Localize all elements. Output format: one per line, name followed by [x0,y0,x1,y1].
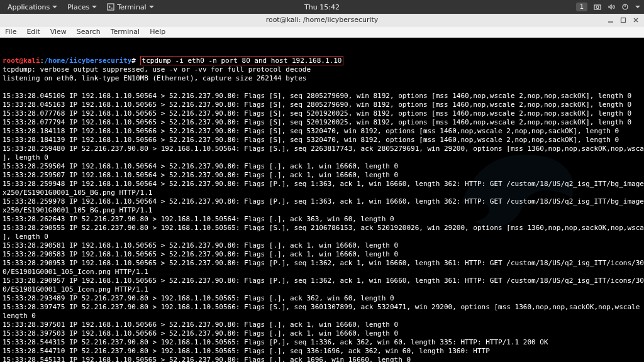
tcpdump-line: 15:33:28.290581 IP 192.168.1.10.50565 > … [3,241,398,250]
camera-icon[interactable] [594,3,601,11]
tcpdump-line: 15:33:28.077768 IP 192.168.1.10.50565 > … [3,109,631,118]
places-label: Places [67,3,89,11]
tcpdump-line: 15:33:28.259978 IP 192.168.1.10.50564 > … [3,197,644,206]
terminal-icon [107,3,114,11]
applications-menu[interactable]: Applications [4,3,61,11]
topbar-center: Thu 15:42 [304,3,340,11]
maximize-button[interactable] [619,16,628,25]
tcpdump-line: 15:33:28.545131 IP 192.168.1.10.50565 > … [3,356,411,362]
tcpdump-line: 15:33:28.259507 IP 192.168.1.10.50564 > … [3,171,398,179]
menu-file[interactable]: File [5,28,16,36]
close-button[interactable] [631,16,640,25]
terminal-menubar: File Edit View Search Terminal Help [0,26,644,38]
tcpdump-line: 15:33:28.077794 IP 192.168.1.10.50565 > … [3,118,631,126]
window-buttons [606,16,640,25]
tcpdump-line: length 0 [3,312,36,320]
tcpdump-line: 15:33:28.259480 IP 52.216.237.90.80 > 19… [3,145,644,153]
topbar-left: Applications Places Terminal [4,3,158,11]
workspace-indicator[interactable]: 1 [576,3,587,11]
prompt-user: root@kali [3,57,40,65]
applications-label: Applications [8,3,50,11]
tcpdump-line: 15:33:28.184139 IP 192.168.1.10.50566 > … [3,136,619,144]
chevron-down-icon [52,6,57,8]
terminal-label: Terminal [117,3,147,11]
chevron-down-icon [92,6,97,8]
tcpdump-line: 15:33:28.544710 IP 52.216.237.90.80 > 19… [3,347,490,355]
prompt-path: /home/iicybersecurity [44,57,131,65]
tcpdump-line: 15:33:28.293489 IP 52.216.237.90.80 > 19… [3,294,394,302]
tcpdump-line: 15:33:28.290583 IP 192.168.1.10.50565 > … [3,250,398,258]
tcpdump-line: 0/ES1901G0001_105_Icon.png HTTP/1.1 [3,268,148,276]
tcpdump-line: 15:33:28.262643 IP 52.216.237.90.80 > 19… [3,215,394,223]
places-menu[interactable]: Places [64,3,101,11]
svg-rect-6 [621,18,626,22]
tcpdump-line: 15:33:28.397501 IP 192.168.1.10.50566 > … [3,321,398,329]
menu-view[interactable]: View [50,28,67,36]
clock-text[interactable]: Thu 15:42 [304,3,340,11]
svg-point-2 [596,6,599,9]
tcpdump-line: 15:33:28.045106 IP 192.168.1.10.50564 > … [3,92,631,100]
tcpdump-line: listening on eth0, link-type EN10MB (Eth… [3,74,306,82]
tcpdump-line: 15:33:28.397503 IP 192.168.1.10.50566 > … [3,329,398,337]
tcpdump-line: 15:33:28.259504 IP 192.168.1.10.50564 > … [3,162,398,170]
tcpdump-line: 15:33:28.259948 IP 192.168.1.10.50564 > … [3,180,644,188]
minimize-button[interactable] [606,16,615,25]
terminal-viewport[interactable]: root@kali:/home/iicybersecurity# tcpdump… [0,38,644,362]
chevron-down-icon[interactable] [635,6,640,8]
chevron-down-icon [149,6,154,8]
tcpdump-line: 15:33:28.290953 IP 192.168.1.10.50565 > … [3,259,644,267]
tcpdump-line: 0/ES1901G0001_105_Icon.png HTTP/1.1 [3,285,148,293]
prompt-sep2: # [131,57,136,65]
tcpdump-line: x250/ES1901G0001_105_BG.png HTTP/1.1 [3,206,152,214]
desktop-topbar: Applications Places Terminal Thu 15:42 1 [0,0,644,14]
tcpdump-line: x250/ES1901G0001_105_BG.png HTTP/1.1 [3,189,152,197]
window-title: root@kali: /home/iicybersecurity [266,16,379,24]
terminal-appindicator[interactable]: Terminal [103,3,158,11]
tcpdump-line: 15:33:28.045163 IP 192.168.1.10.50565 > … [3,101,631,109]
menu-terminal[interactable]: Terminal [111,28,140,36]
menu-edit[interactable]: Edit [26,28,40,36]
tcpdump-line: 15:33:28.290555 IP 52.216.237.90.80 > 19… [3,224,644,232]
svg-rect-0 [108,4,114,10]
tcpdump-line: 15:33:28.184118 IP 192.168.1.10.50566 > … [3,127,619,135]
window-titlebar: root@kali: /home/iicybersecurity [0,14,644,26]
tcpdump-line: 15:33:28.397475 IP 52.216.237.90.80 > 19… [3,303,644,311]
tcpdump-line: ], length 0 [3,233,48,241]
tcpdump-line: 15:33:28.290957 IP 192.168.1.10.50565 > … [3,277,644,285]
tcpdump-line: tcpdump: verbose output suppressed, use … [3,65,311,74]
power-icon[interactable] [621,3,629,11]
menu-help[interactable]: Help [150,28,165,36]
tcpdump-line: 15:33:28.544315 IP 52.216.237.90.80 > 19… [3,338,548,346]
command-entered: tcpdump -i eth0 -n port 80 and host 192.… [140,56,344,65]
topbar-right: 1 [576,3,640,11]
menu-search[interactable]: Search [77,28,101,36]
tcpdump-line: ], length 0 [3,153,48,162]
volume-icon[interactable] [608,3,615,11]
